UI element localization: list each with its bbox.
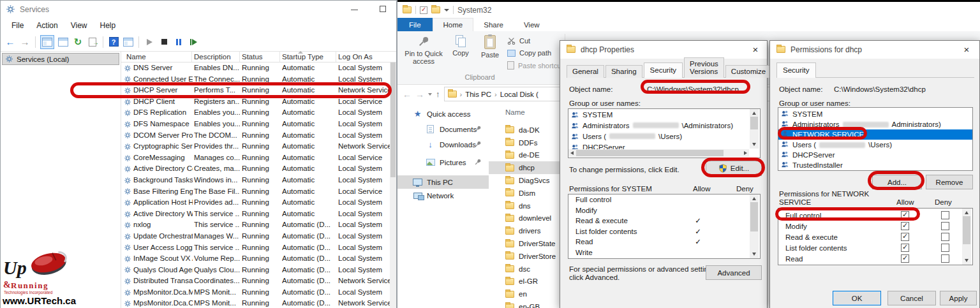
ribbon-tab[interactable]: Share	[473, 18, 514, 31]
cut-button[interactable]: Cut	[507, 36, 563, 45]
copy-button[interactable]: Copy	[447, 35, 474, 57]
crumb-local-disk[interactable]: Local Disk (	[500, 91, 538, 98]
sidebar-item[interactable]: ★ ↓ This PC	[397, 175, 489, 189]
group-row[interactable]: SYSTEM	[778, 109, 972, 119]
deny-checkbox[interactable]	[941, 233, 949, 241]
service-row[interactable]: DFS Replication Enables you... Running A…	[121, 107, 390, 119]
service-row[interactable]: Update Orchestrator Service Manages W...…	[121, 231, 390, 242]
group-row[interactable]: NETWORK SERVICE	[778, 129, 972, 140]
service-row[interactable]: DHCP Server Performs T... Running Automa…	[121, 85, 390, 96]
nav-history-icon[interactable]	[428, 93, 432, 96]
service-row[interactable]: Base Filtering Engine The Base Fil... Ru…	[121, 186, 390, 198]
column-separator[interactable]	[239, 52, 240, 62]
security-tab[interactable]: Security	[776, 62, 816, 78]
permission-row[interactable]: Modify	[568, 205, 760, 216]
allow-checkbox[interactable]	[901, 222, 909, 230]
service-row[interactable]: Cryptographic Services Provides thr... R…	[121, 141, 390, 152]
permission-row[interactable]: Write	[778, 264, 972, 265]
scrollbar-thumb[interactable]	[390, 62, 396, 177]
dialog-tab[interactable]: General	[567, 65, 604, 78]
permission-row[interactable]: List folder contents	[778, 242, 972, 253]
permission-row[interactable]: Read	[778, 253, 972, 264]
sidebar-item-services-local[interactable]: Services (Local)	[2, 53, 119, 65]
service-row[interactable]: DHCP Client Registers an... Running Auto…	[121, 96, 390, 108]
paste-button[interactable]: Paste	[475, 35, 505, 59]
service-row[interactable]: Connected User Experience... The Connec.…	[121, 74, 390, 85]
column-header-status[interactable]: Status	[242, 53, 263, 61]
column-header-name[interactable]: Name	[126, 53, 146, 61]
copy-path-button[interactable]: Copy path	[507, 49, 563, 57]
permissions-listbox[interactable]: Full control Modify Read & execute	[778, 208, 973, 265]
allow-checkbox[interactable]	[901, 254, 909, 263]
service-row[interactable]: User Access Logging Service This service…	[121, 242, 390, 254]
pin-to-quick-access-button[interactable]: Pin to Quick access	[403, 35, 445, 65]
export-list-icon[interactable]	[87, 36, 98, 48]
service-row[interactable]: Distributed Transaction Coo... Coordinat…	[121, 275, 390, 287]
dialog-tab[interactable]: Customize	[725, 65, 771, 78]
service-row[interactable]: MpsMonitor.Dca.Monitor MPS Monit... Runn…	[121, 287, 390, 298]
deny-checkbox[interactable]	[941, 254, 949, 263]
group-list-hscrollbar[interactable]	[568, 149, 749, 157]
service-row[interactable]: CoreMessaging Manages co... Running Auto…	[121, 152, 390, 164]
ok-button[interactable]: OK	[833, 291, 881, 305]
service-row[interactable]: InMage Scout VX Agent - S... Volume Rep.…	[121, 253, 390, 265]
edit-button[interactable]: Edit...	[706, 161, 762, 176]
menu-item[interactable]: Help	[94, 19, 122, 32]
allow-checkbox[interactable]	[901, 244, 909, 252]
add-button[interactable]: Add...	[872, 175, 922, 189]
minimize-button[interactable]	[351, 10, 358, 10]
sidebar-item[interactable]: ★ ↓ Documents	[397, 122, 489, 136]
nav-back-icon[interactable]: ←	[403, 89, 412, 99]
permission-row[interactable]: Read & execute ✓	[568, 216, 760, 226]
deny-checkbox[interactable]	[941, 211, 949, 219]
group-row[interactable]: Users ( \Users)	[778, 140, 972, 150]
service-row[interactable]: Qualys Cloud Agent Qualys Clou... Runnin…	[121, 265, 390, 276]
service-row[interactable]: Background Tasks Infrastru... Windows in…	[121, 175, 390, 186]
dialog-tab[interactable]: Previous Versions	[684, 57, 724, 78]
menu-item[interactable]: View	[65, 19, 93, 32]
service-row[interactable]: DCOM Server Process Laun... The DCOM... …	[121, 130, 390, 142]
dialog-tab[interactable]: Security	[644, 62, 683, 78]
cancel-button[interactable]: Cancel	[887, 291, 936, 305]
maximize-button[interactable]	[380, 6, 386, 12]
nav-up-icon[interactable]: ↑	[436, 89, 440, 99]
sidebar-item[interactable]: ★ ↓ Downloads	[397, 138, 489, 151]
group-list-scrollbar[interactable]	[750, 109, 759, 149]
column-separator[interactable]	[279, 52, 280, 62]
permission-row[interactable]: Write	[568, 247, 760, 258]
sidebar-item[interactable]: ★ ↓ Quick access	[397, 107, 489, 121]
permissions-scrollbar[interactable]	[750, 194, 759, 258]
service-row[interactable]: DNS Server Enables DN... Running Automat…	[121, 62, 390, 74]
crumb-this-pc[interactable]: This PC	[465, 91, 491, 98]
extended-view-icon[interactable]	[122, 36, 134, 48]
permission-row[interactable]: Full control	[778, 210, 972, 221]
close-icon[interactable]: ×	[749, 43, 762, 56]
permission-row[interactable]: List folder contents ✓	[568, 226, 760, 237]
properties-window-icon[interactable]	[57, 36, 69, 48]
service-row[interactable]: Application Host Helper Ser... Provides …	[121, 197, 390, 209]
column-header-log-on-as[interactable]: Log On As	[338, 53, 373, 61]
nav-forward-icon[interactable]: →	[415, 89, 424, 99]
services-scrollbar[interactable]	[390, 62, 396, 308]
deny-checkbox[interactable]	[941, 222, 949, 230]
deny-checkbox[interactable]	[941, 244, 949, 252]
permission-row[interactable]: Read & execute	[778, 231, 972, 242]
service-row[interactable]: nxlog This service ... Running Automatic…	[121, 219, 390, 231]
forward-icon[interactable]: →	[19, 36, 31, 48]
pause-service-icon[interactable]	[173, 36, 184, 48]
menu-item[interactable]: File	[6, 19, 29, 32]
paste-shortcut-button[interactable]: Paste shortcut	[507, 61, 563, 70]
permissions-listbox[interactable]: Full control Modify Read & execute ✓ Lis…	[568, 194, 761, 259]
ribbon-tab[interactable]: File	[397, 18, 433, 31]
group-row[interactable]: Administrators Administrators)	[778, 119, 972, 129]
restart-service-icon[interactable]	[188, 36, 199, 48]
advanced-button[interactable]: Advanced	[706, 265, 762, 280]
group-row[interactable]: SYSTEM	[568, 109, 760, 120]
sidebar-item[interactable]: ★ ↓ Pictures	[397, 156, 489, 169]
group-row[interactable]: DHCPServer	[778, 150, 972, 160]
permission-row[interactable]: Modify	[778, 221, 972, 231]
column-header-description[interactable]: Description	[194, 53, 231, 61]
service-row[interactable]: Active Directory Web Services This servi…	[121, 209, 390, 220]
refresh-icon[interactable]: ↻	[72, 36, 84, 48]
file-list-header-name[interactable]: Name	[505, 108, 525, 116]
